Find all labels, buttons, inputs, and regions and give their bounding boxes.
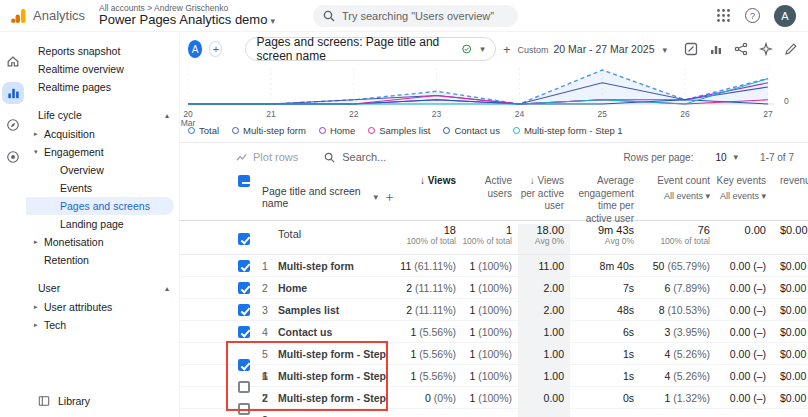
bar-chart-icon[interactable] [709, 42, 723, 56]
expand-right-icon: ▸ [34, 303, 44, 311]
nav-realtime-overview[interactable]: Realtime overview [26, 60, 179, 78]
chevron-down-icon: ▾ [270, 16, 275, 26]
x-axis-label: 22 [349, 110, 358, 119]
add-report-tab-button[interactable]: + [503, 42, 511, 57]
legend-item[interactable]: Home [319, 125, 355, 136]
nav-engagement-events[interactable]: Events [26, 179, 179, 197]
plot-rows-button[interactable]: Plot rows [236, 151, 298, 163]
row-checkbox[interactable] [238, 359, 250, 371]
sort-desc-icon: ↓ [530, 175, 538, 186]
row-name[interactable]: Contact us [278, 326, 332, 338]
nav-engagement[interactable]: ▾ Engagement [26, 143, 179, 161]
legend-item[interactable]: Samples list [368, 125, 430, 136]
table-row: 4Contact us1 (5.56%)1 (100%)1.006s3 (3.9… [180, 321, 808, 343]
row-index: 4 [262, 321, 278, 343]
row-checkbox[interactable] [238, 381, 250, 393]
all-events-filter[interactable]: All events ▾ [716, 191, 766, 202]
row-name[interactable]: Home [278, 282, 307, 294]
x-axis-label: 20Mar [181, 110, 196, 129]
add-dimension-button[interactable]: ＋ [383, 188, 396, 206]
add-comparison-button[interactable]: + [209, 41, 222, 57]
dimension-header[interactable]: Page title and screen name ▾ ＋ [262, 175, 396, 209]
nav-landing-page[interactable]: Landing page [26, 215, 179, 233]
nav-library[interactable]: Library [26, 395, 90, 407]
table-total-row: Total 18100% of total 1100% of total 18.… [180, 221, 808, 255]
views-per-active-user-column-header[interactable]: ↓ Views per active user [518, 175, 570, 213]
chevron-up-icon: ▴ [165, 111, 169, 120]
nav-tech[interactable]: ▸ Tech [26, 316, 179, 334]
chevron-up-icon: ▴ [165, 284, 169, 293]
rows-per-page-select[interactable]: 10▾ [715, 152, 738, 163]
row-index: 7 [262, 387, 278, 409]
chevron-down-icon: ▾ [734, 152, 739, 162]
analytics-logo-icon [10, 7, 28, 25]
share-icon[interactable] [734, 42, 748, 56]
total-row-checkbox[interactable] [238, 233, 250, 245]
explore-icon[interactable] [2, 114, 24, 136]
analytics-logo[interactable]: Analytics [0, 7, 93, 25]
legend-item[interactable]: Contact us [443, 125, 499, 136]
valid-check-icon [462, 43, 471, 55]
edit-report-icon[interactable] [784, 42, 798, 56]
report-title-selector[interactable]: Pages and screens: Page title and screen… [245, 37, 495, 61]
chart-svg [188, 66, 774, 106]
table-row: 2Home2 (11.11%)1 (100%)2.007s6 (7.89%)0.… [180, 277, 808, 299]
row-checkbox[interactable] [238, 282, 250, 294]
nav-section-user[interactable]: User ▴ [26, 278, 179, 298]
account-switcher[interactable]: All accounts > Andrew Grischenko Power P… [99, 4, 275, 28]
key-events-column-header[interactable]: Key events All events ▾ [716, 175, 772, 202]
table-search-input[interactable]: Search... [324, 151, 474, 163]
nav-retention[interactable]: Retention [26, 251, 179, 269]
legend-label: Multi-step form - Step 1 [524, 125, 623, 136]
global-search-input[interactable]: Try searching "Users overview" [313, 5, 518, 27]
table-row: 1Multi-step form11 (61.11%)1 (100%)11.00… [180, 255, 808, 277]
revenue-column-header[interactable]: revenue [772, 175, 808, 188]
event-count-column-header[interactable]: Event count All events ▾ [640, 175, 716, 202]
row-checkbox[interactable] [238, 260, 250, 272]
nav-pages-and-screens[interactable]: Pages and screens [26, 197, 174, 215]
nav-reports-snapshot[interactable]: Reports snapshot [26, 42, 179, 60]
nav-section-life-cycle[interactable]: Life cycle ▴ [26, 105, 179, 125]
x-axis-label: 26 [680, 110, 689, 119]
avg-engagement-column-header[interactable]: Average engagement time per active user [570, 175, 640, 225]
row-name[interactable]: Multi-step form - Step 3 [262, 392, 386, 417]
all-events-filter[interactable]: All events ▾ [640, 191, 710, 202]
table-row: 6Multi-step form - Step 21 (5.56%)1 (100… [180, 365, 808, 387]
row-name[interactable]: Multi-step form [278, 260, 354, 272]
x-axis-label: 24 [515, 110, 524, 119]
legend-label: Contact us [454, 125, 499, 136]
select-all-checkbox[interactable] [238, 175, 250, 187]
row-checkbox[interactable] [238, 326, 250, 338]
rows-per-page-label: Rows per page: [623, 152, 693, 163]
views-column-header[interactable]: ↓ Views [396, 175, 462, 188]
comparison-badge[interactable]: A [188, 40, 202, 58]
property-name: Power Pages Analytics demo [99, 12, 267, 27]
nav-acquisition[interactable]: ▸ Acquisition [26, 125, 179, 143]
apps-grid-icon[interactable] [716, 8, 731, 23]
row-index: 2 [262, 277, 278, 299]
expand-down-icon: ▾ [34, 148, 44, 156]
nav-user-attributes[interactable]: ▸ User attributes [26, 298, 179, 316]
active-users-column-header[interactable]: Active users [462, 175, 518, 200]
legend-label: Total [199, 125, 219, 136]
advertising-icon[interactable] [2, 146, 24, 168]
nav-realtime-pages[interactable]: Realtime pages [26, 78, 179, 96]
date-range-selector[interactable]: Custom 20 Mar - 27 Mar 2025 ▾ [517, 43, 667, 55]
row-name[interactable]: Samples list [278, 304, 339, 316]
nav-monetisation[interactable]: ▸ Monetisation [26, 233, 179, 251]
legend-item[interactable]: Multi-step form [232, 125, 306, 136]
chart-x-axis: 20Mar21222324252627 [188, 109, 808, 123]
reports-icon[interactable] [2, 82, 24, 104]
row-checkbox[interactable] [238, 403, 250, 415]
search-placeholder: Try searching "Users overview" [342, 10, 494, 22]
comparison-edit-icon[interactable] [684, 42, 698, 56]
chevron-down-icon: ▾ [662, 45, 667, 55]
home-icon[interactable] [2, 50, 24, 72]
legend-item[interactable]: Multi-step form - Step 1 [513, 125, 623, 136]
search-icon [324, 152, 335, 163]
insights-icon[interactable] [759, 42, 773, 56]
nav-engagement-overview[interactable]: Overview [26, 161, 179, 179]
row-checkbox[interactable] [238, 304, 250, 316]
user-avatar[interactable]: A [774, 5, 796, 27]
help-icon[interactable]: ? [745, 8, 760, 23]
